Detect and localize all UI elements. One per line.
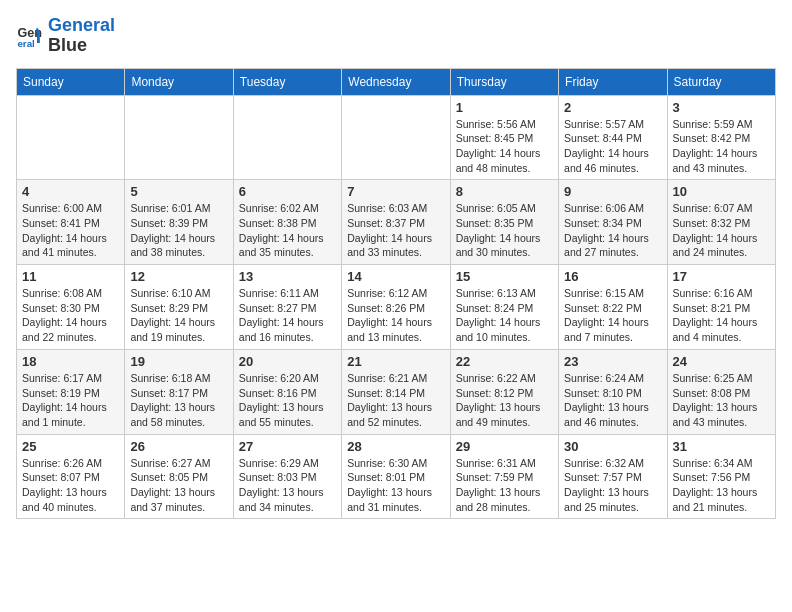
weekday-header-saturday: Saturday <box>667 68 775 95</box>
day-number: 23 <box>564 354 661 369</box>
day-info: Sunrise: 6:24 AM Sunset: 8:10 PM Dayligh… <box>564 371 661 430</box>
day-cell: 21Sunrise: 6:21 AM Sunset: 8:14 PM Dayli… <box>342 349 450 434</box>
day-cell: 19Sunrise: 6:18 AM Sunset: 8:17 PM Dayli… <box>125 349 233 434</box>
day-number: 5 <box>130 184 227 199</box>
day-number: 12 <box>130 269 227 284</box>
day-info: Sunrise: 5:57 AM Sunset: 8:44 PM Dayligh… <box>564 117 661 176</box>
day-number: 11 <box>22 269 119 284</box>
day-cell: 3Sunrise: 5:59 AM Sunset: 8:42 PM Daylig… <box>667 95 775 180</box>
day-info: Sunrise: 6:03 AM Sunset: 8:37 PM Dayligh… <box>347 201 444 260</box>
page-header: Gen eral GeneralBlue <box>16 16 776 56</box>
day-cell: 25Sunrise: 6:26 AM Sunset: 8:07 PM Dayli… <box>17 434 125 519</box>
day-number: 28 <box>347 439 444 454</box>
day-cell: 27Sunrise: 6:29 AM Sunset: 8:03 PM Dayli… <box>233 434 341 519</box>
day-cell: 2Sunrise: 5:57 AM Sunset: 8:44 PM Daylig… <box>559 95 667 180</box>
day-info: Sunrise: 6:00 AM Sunset: 8:41 PM Dayligh… <box>22 201 119 260</box>
day-number: 18 <box>22 354 119 369</box>
week-row-4: 18Sunrise: 6:17 AM Sunset: 8:19 PM Dayli… <box>17 349 776 434</box>
day-cell: 22Sunrise: 6:22 AM Sunset: 8:12 PM Dayli… <box>450 349 558 434</box>
day-number: 17 <box>673 269 770 284</box>
day-cell: 23Sunrise: 6:24 AM Sunset: 8:10 PM Dayli… <box>559 349 667 434</box>
day-number: 14 <box>347 269 444 284</box>
day-info: Sunrise: 6:07 AM Sunset: 8:32 PM Dayligh… <box>673 201 770 260</box>
day-cell: 5Sunrise: 6:01 AM Sunset: 8:39 PM Daylig… <box>125 180 233 265</box>
day-info: Sunrise: 6:11 AM Sunset: 8:27 PM Dayligh… <box>239 286 336 345</box>
day-info: Sunrise: 6:05 AM Sunset: 8:35 PM Dayligh… <box>456 201 553 260</box>
calendar-table: SundayMondayTuesdayWednesdayThursdayFrid… <box>16 68 776 520</box>
day-cell: 4Sunrise: 6:00 AM Sunset: 8:41 PM Daylig… <box>17 180 125 265</box>
week-row-5: 25Sunrise: 6:26 AM Sunset: 8:07 PM Dayli… <box>17 434 776 519</box>
day-cell: 14Sunrise: 6:12 AM Sunset: 8:26 PM Dayli… <box>342 265 450 350</box>
logo-text: GeneralBlue <box>48 16 115 56</box>
day-cell: 11Sunrise: 6:08 AM Sunset: 8:30 PM Dayli… <box>17 265 125 350</box>
day-cell: 18Sunrise: 6:17 AM Sunset: 8:19 PM Dayli… <box>17 349 125 434</box>
day-number: 16 <box>564 269 661 284</box>
day-info: Sunrise: 6:01 AM Sunset: 8:39 PM Dayligh… <box>130 201 227 260</box>
day-number: 30 <box>564 439 661 454</box>
day-info: Sunrise: 6:31 AM Sunset: 7:59 PM Dayligh… <box>456 456 553 515</box>
week-row-2: 4Sunrise: 6:00 AM Sunset: 8:41 PM Daylig… <box>17 180 776 265</box>
day-info: Sunrise: 6:15 AM Sunset: 8:22 PM Dayligh… <box>564 286 661 345</box>
day-number: 27 <box>239 439 336 454</box>
logo-icon: Gen eral <box>16 22 44 50</box>
day-info: Sunrise: 6:17 AM Sunset: 8:19 PM Dayligh… <box>22 371 119 430</box>
day-number: 8 <box>456 184 553 199</box>
day-info: Sunrise: 6:12 AM Sunset: 8:26 PM Dayligh… <box>347 286 444 345</box>
day-number: 22 <box>456 354 553 369</box>
day-number: 26 <box>130 439 227 454</box>
day-cell: 1Sunrise: 5:56 AM Sunset: 8:45 PM Daylig… <box>450 95 558 180</box>
day-cell: 9Sunrise: 6:06 AM Sunset: 8:34 PM Daylig… <box>559 180 667 265</box>
weekday-header-sunday: Sunday <box>17 68 125 95</box>
day-cell <box>342 95 450 180</box>
day-info: Sunrise: 6:10 AM Sunset: 8:29 PM Dayligh… <box>130 286 227 345</box>
day-cell: 24Sunrise: 6:25 AM Sunset: 8:08 PM Dayli… <box>667 349 775 434</box>
day-info: Sunrise: 6:22 AM Sunset: 8:12 PM Dayligh… <box>456 371 553 430</box>
day-number: 13 <box>239 269 336 284</box>
day-number: 3 <box>673 100 770 115</box>
day-cell: 29Sunrise: 6:31 AM Sunset: 7:59 PM Dayli… <box>450 434 558 519</box>
day-cell: 8Sunrise: 6:05 AM Sunset: 8:35 PM Daylig… <box>450 180 558 265</box>
day-cell: 6Sunrise: 6:02 AM Sunset: 8:38 PM Daylig… <box>233 180 341 265</box>
day-info: Sunrise: 6:08 AM Sunset: 8:30 PM Dayligh… <box>22 286 119 345</box>
day-info: Sunrise: 6:34 AM Sunset: 7:56 PM Dayligh… <box>673 456 770 515</box>
day-info: Sunrise: 6:16 AM Sunset: 8:21 PM Dayligh… <box>673 286 770 345</box>
day-cell: 12Sunrise: 6:10 AM Sunset: 8:29 PM Dayli… <box>125 265 233 350</box>
week-row-3: 11Sunrise: 6:08 AM Sunset: 8:30 PM Dayli… <box>17 265 776 350</box>
calendar-body: 1Sunrise: 5:56 AM Sunset: 8:45 PM Daylig… <box>17 95 776 519</box>
day-number: 29 <box>456 439 553 454</box>
day-info: Sunrise: 6:32 AM Sunset: 7:57 PM Dayligh… <box>564 456 661 515</box>
day-info: Sunrise: 6:21 AM Sunset: 8:14 PM Dayligh… <box>347 371 444 430</box>
day-info: Sunrise: 6:20 AM Sunset: 8:16 PM Dayligh… <box>239 371 336 430</box>
day-info: Sunrise: 6:13 AM Sunset: 8:24 PM Dayligh… <box>456 286 553 345</box>
day-number: 20 <box>239 354 336 369</box>
day-info: Sunrise: 6:26 AM Sunset: 8:07 PM Dayligh… <box>22 456 119 515</box>
day-info: Sunrise: 6:29 AM Sunset: 8:03 PM Dayligh… <box>239 456 336 515</box>
day-info: Sunrise: 6:25 AM Sunset: 8:08 PM Dayligh… <box>673 371 770 430</box>
day-info: Sunrise: 6:18 AM Sunset: 8:17 PM Dayligh… <box>130 371 227 430</box>
day-number: 15 <box>456 269 553 284</box>
day-info: Sunrise: 6:02 AM Sunset: 8:38 PM Dayligh… <box>239 201 336 260</box>
weekday-header-tuesday: Tuesday <box>233 68 341 95</box>
day-number: 21 <box>347 354 444 369</box>
weekday-header-friday: Friday <box>559 68 667 95</box>
day-number: 9 <box>564 184 661 199</box>
day-cell: 28Sunrise: 6:30 AM Sunset: 8:01 PM Dayli… <box>342 434 450 519</box>
day-info: Sunrise: 6:27 AM Sunset: 8:05 PM Dayligh… <box>130 456 227 515</box>
day-number: 31 <box>673 439 770 454</box>
weekday-header-wednesday: Wednesday <box>342 68 450 95</box>
day-number: 10 <box>673 184 770 199</box>
day-cell <box>17 95 125 180</box>
logo: Gen eral GeneralBlue <box>16 16 115 56</box>
day-number: 4 <box>22 184 119 199</box>
day-cell: 16Sunrise: 6:15 AM Sunset: 8:22 PM Dayli… <box>559 265 667 350</box>
day-cell: 30Sunrise: 6:32 AM Sunset: 7:57 PM Dayli… <box>559 434 667 519</box>
day-cell: 10Sunrise: 6:07 AM Sunset: 8:32 PM Dayli… <box>667 180 775 265</box>
weekday-header-thursday: Thursday <box>450 68 558 95</box>
day-cell <box>125 95 233 180</box>
day-info: Sunrise: 5:56 AM Sunset: 8:45 PM Dayligh… <box>456 117 553 176</box>
day-number: 2 <box>564 100 661 115</box>
day-cell: 17Sunrise: 6:16 AM Sunset: 8:21 PM Dayli… <box>667 265 775 350</box>
day-number: 7 <box>347 184 444 199</box>
day-number: 25 <box>22 439 119 454</box>
day-cell: 13Sunrise: 6:11 AM Sunset: 8:27 PM Dayli… <box>233 265 341 350</box>
